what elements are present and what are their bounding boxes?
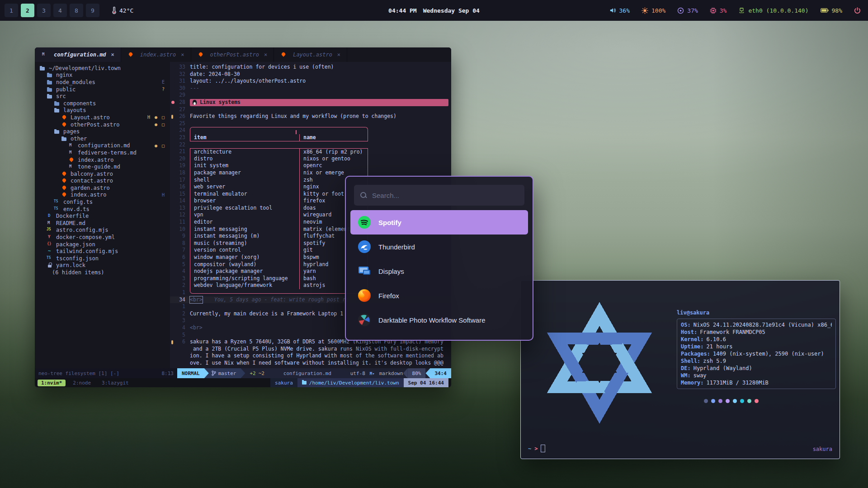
- tree-item[interactable]: Dockerfile: [35, 212, 170, 220]
- table-header-item: item: [190, 134, 300, 141]
- editor-line[interactable]: 33 title: configuration for devices i us…: [170, 64, 451, 71]
- tree-item[interactable]: nginx: [35, 72, 170, 79]
- git-blame-text: You, 5 days ago - feat: write rough post…: [214, 296, 349, 304]
- tree-item[interactable]: other: [35, 135, 170, 142]
- tree-item[interactable]: otherPost.astro ● □: [35, 121, 170, 128]
- tree-item[interactable]: components: [35, 100, 170, 107]
- close-icon[interactable]: [337, 52, 340, 58]
- workspace-button[interactable]: 9: [86, 4, 99, 17]
- tree-item[interactable]: pages: [35, 128, 170, 135]
- app-launcher: Spotify Thunderbird Displays Firefox Dar…: [345, 176, 533, 341]
- tree-item[interactable]: docker-compose.yml: [35, 234, 170, 241]
- table-cell-item: vpn: [190, 211, 300, 219]
- launcher-item-spotify[interactable]: Spotify: [350, 210, 528, 235]
- table-row[interactable]: 21 architecture x86_64 (rip m2 pro): [170, 148, 451, 155]
- buffer-tab[interactable]: Layout.astro: [274, 47, 347, 62]
- disk-module[interactable]: 37%: [677, 7, 698, 14]
- tree-item[interactable]: garden.astro: [35, 184, 170, 192]
- clock[interactable]: 04:44 PM Wednesday Sep 04: [388, 7, 480, 14]
- line-number: 6: [170, 254, 185, 261]
- tree-item[interactable]: configuration.md ● □: [35, 142, 170, 150]
- network-module[interactable]: eth0 (10.0.0.140): [738, 7, 808, 14]
- buffer-tab[interactable]: otherPost.astro: [191, 47, 274, 62]
- tmux-window[interactable]: 3:lazygit: [98, 380, 132, 386]
- battery-module[interactable]: 98%: [821, 7, 842, 14]
- launcher-item-thunderbird[interactable]: Thunderbird: [346, 235, 533, 259]
- firefox-icon: [358, 289, 371, 302]
- power-button[interactable]: [854, 7, 861, 14]
- close-icon[interactable]: [264, 52, 267, 58]
- workspace-button[interactable]: 8: [70, 4, 83, 17]
- tree-item[interactable]: contact.astro: [35, 178, 170, 185]
- gutter-sign: [171, 66, 173, 70]
- launcher-item-displays[interactable]: Displays: [346, 259, 533, 283]
- file-name: otherPost.astro: [71, 122, 119, 128]
- terminal-window[interactable]: liv@sakura OS:NixOS 24.11.20240828.71e91…: [520, 280, 840, 459]
- launcher-item-darktable[interactable]: Darktable Photo Workflow Software: [346, 308, 533, 332]
- tree-item[interactable]: ~/Development/liv.town: [35, 65, 170, 72]
- workspace-button[interactable]: 1: [5, 4, 18, 17]
- power-icon: [854, 7, 861, 14]
- temperature-module[interactable]: 42°C: [111, 7, 133, 14]
- tree-item[interactable]: config.ts: [35, 198, 170, 206]
- close-icon[interactable]: [181, 52, 184, 58]
- tmux-window[interactable]: 1:nvim*: [38, 380, 66, 386]
- editor-line[interactable]: 25: [170, 120, 451, 127]
- tmux-window[interactable]: 2:node: [69, 380, 94, 386]
- volume-module[interactable]: 36%: [609, 7, 630, 14]
- tree-item[interactable]: tsconfig.json: [35, 255, 170, 262]
- sun-icon: [642, 7, 648, 14]
- tree-item[interactable]: tone-guide.md: [35, 163, 170, 170]
- palette-dot: [740, 399, 744, 403]
- tree-item[interactable]: index.astro: [35, 156, 170, 164]
- search-input[interactable]: [371, 191, 518, 200]
- table-header-name: name: [300, 134, 368, 141]
- buffer-tab[interactable]: configuration.md: [35, 47, 121, 62]
- info-row: OS:NixOS 24.11.20240828.71e91c4 (Vicuna)…: [681, 321, 832, 328]
- launcher-item-label: Thunderbird: [378, 243, 415, 251]
- tree-item[interactable]: package.json: [35, 241, 170, 248]
- editor-line[interactable]: and a 2TB (Crucial P5 Plus) NVMe drive. …: [170, 346, 451, 353]
- tree-item[interactable]: src: [35, 93, 170, 100]
- tmux-hostname: sakura: [270, 378, 297, 387]
- editor-line[interactable]: 27: [170, 106, 451, 113]
- tree-item[interactable]: yarn.lock: [35, 262, 170, 269]
- editor-line[interactable]: 30 ---: [170, 85, 451, 92]
- file-name: other: [71, 136, 87, 142]
- table-row[interactable]: 20 distro nixos or gentoo: [170, 155, 451, 163]
- tree-item[interactable]: node_modules E: [35, 79, 170, 86]
- editor-line[interactable]: 29: [170, 92, 451, 99]
- brightness-module[interactable]: 100%: [642, 7, 665, 14]
- editor-line[interactable]: 28 Linux systems: [170, 99, 451, 106]
- table-row[interactable]: 19 init system openrc: [170, 162, 451, 169]
- editor-line[interactable]: 26 Favorite things regarding Linux and m…: [170, 113, 451, 120]
- workspace-button[interactable]: 3: [37, 4, 51, 17]
- tree-item[interactable]: layouts: [35, 107, 170, 114]
- markdown-icon: [370, 371, 375, 376]
- tree-item[interactable]: Layout.astro H ● □: [35, 114, 170, 121]
- editor-line[interactable]: ion. I have a setup consisting of Hyprla…: [170, 352, 451, 360]
- editor-line[interactable]: ove. I use Nix when I need software with…: [170, 360, 451, 367]
- tree-item[interactable]: tailwind.config.mjs: [35, 248, 170, 255]
- close-icon[interactable]: [111, 52, 114, 58]
- tree-item[interactable]: public ?: [35, 86, 170, 93]
- workspace-button[interactable]: 4: [53, 4, 67, 17]
- tree-item[interactable]: env.d.ts: [35, 206, 170, 213]
- editor-line[interactable]: 32 date: 2024-08-30: [170, 71, 451, 78]
- workspace-button[interactable]: 2: [21, 4, 34, 17]
- cpu-module[interactable]: 3%: [710, 7, 727, 14]
- git-branch[interactable]: master: [204, 368, 241, 378]
- search-bar[interactable]: [354, 185, 524, 206]
- shell-prompt[interactable]: ~ >: [528, 445, 545, 452]
- tree-item[interactable]: astro.config.mjs: [35, 227, 170, 234]
- buffer-tab[interactable]: index.astro: [121, 47, 191, 62]
- tree-item[interactable]: (6 hidden items): [35, 269, 170, 276]
- editor-line[interactable]: 31 layout: ../../layouts/otherPost.astro: [170, 78, 451, 85]
- mode-indicator: NORMAL: [177, 368, 204, 378]
- file-icon: [47, 227, 53, 233]
- tree-item[interactable]: fediverse-terms.md: [35, 149, 170, 156]
- tree-item[interactable]: balcony.astro: [35, 170, 170, 178]
- launcher-item-firefox[interactable]: Firefox: [346, 283, 533, 308]
- tree-item[interactable]: README.md: [35, 220, 170, 227]
- tree-item[interactable]: index.astro H: [35, 192, 170, 199]
